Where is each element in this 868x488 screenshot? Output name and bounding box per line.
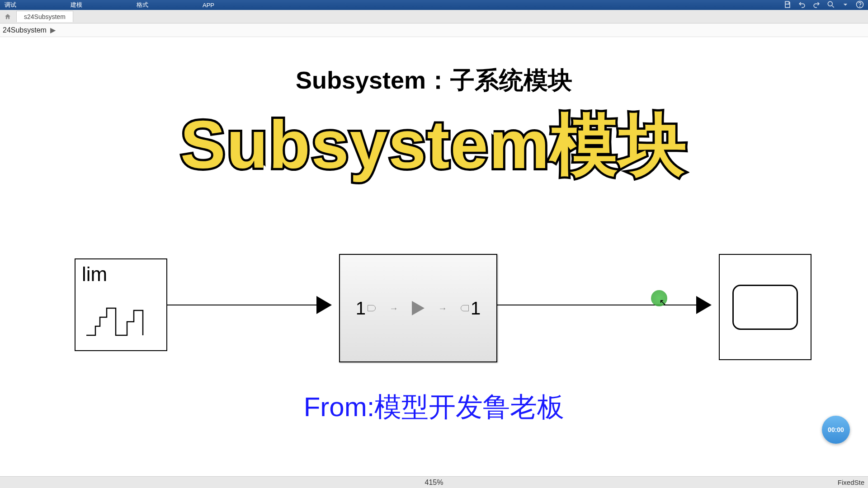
redo-icon[interactable] — [812, 0, 821, 10]
overlay-title: Subsystem模块 — [180, 100, 688, 192]
arrow-icon — [316, 296, 332, 314]
subsystem-contents: 1 → → 1 — [356, 298, 481, 319]
scope-block[interactable] — [719, 254, 811, 360]
menu-format[interactable]: 格式 — [137, 1, 148, 9]
arrow-icon: → — [389, 303, 398, 314]
svg-point-0 — [828, 1, 832, 6]
signal-line[interactable] — [167, 305, 316, 305]
zoom-level[interactable]: 415% — [425, 479, 443, 487]
scope-screen-icon — [732, 285, 798, 330]
inport-label: 1 — [356, 298, 366, 319]
outport-icon — [461, 305, 469, 311]
menubar: 调试 建模 格式 APP — [0, 0, 868, 10]
canvas-title: Subsystem：子系统模块 — [296, 64, 572, 97]
subsystem-block[interactable]: 1 → → 1 — [339, 254, 497, 362]
menu-app[interactable]: APP — [203, 2, 214, 9]
tabbar: s24Subsystem — [0, 10, 868, 23]
chevron-right-icon: ▶ — [50, 26, 56, 34]
gain-icon — [412, 301, 425, 315]
menu-model[interactable]: 建模 — [71, 1, 82, 9]
source-label: lim — [82, 263, 160, 286]
cursor-icon: ↖ — [659, 297, 667, 308]
credit-text: From:模型开发鲁老板 — [304, 389, 565, 426]
breadcrumb-path[interactable]: 24Subsystem — [3, 26, 47, 34]
signal-icon — [82, 286, 159, 340]
save-icon[interactable] — [783, 0, 792, 10]
outport-label: 1 — [471, 298, 481, 319]
arrow-icon: → — [438, 303, 447, 314]
svg-point-2 — [860, 6, 860, 7]
diagram: lim 1 → → 1 — [0, 254, 868, 371]
menu-debug[interactable]: 调试 — [5, 1, 16, 9]
arrow-icon — [696, 296, 712, 314]
source-block[interactable]: lim — [75, 258, 167, 351]
breadcrumb[interactable]: 24Subsystem ▶ — [0, 23, 868, 37]
chevron-down-icon[interactable] — [841, 0, 850, 10]
toolbar-right — [783, 0, 864, 10]
solver-type: FixedSte — [838, 479, 864, 486]
model-canvas[interactable]: Subsystem：子系统模块 Subsystem模块 lim 1 → → — [0, 37, 868, 466]
time-badge[interactable]: 00:00 — [822, 416, 850, 444]
undo-icon[interactable] — [797, 0, 807, 10]
search-icon[interactable] — [826, 0, 835, 10]
home-icon[interactable] — [4, 13, 12, 21]
tab-model[interactable]: s24Subsystem — [16, 11, 73, 22]
inport-icon — [368, 305, 376, 311]
statusbar: 415% FixedSte — [0, 476, 868, 488]
help-icon[interactable] — [855, 0, 864, 10]
